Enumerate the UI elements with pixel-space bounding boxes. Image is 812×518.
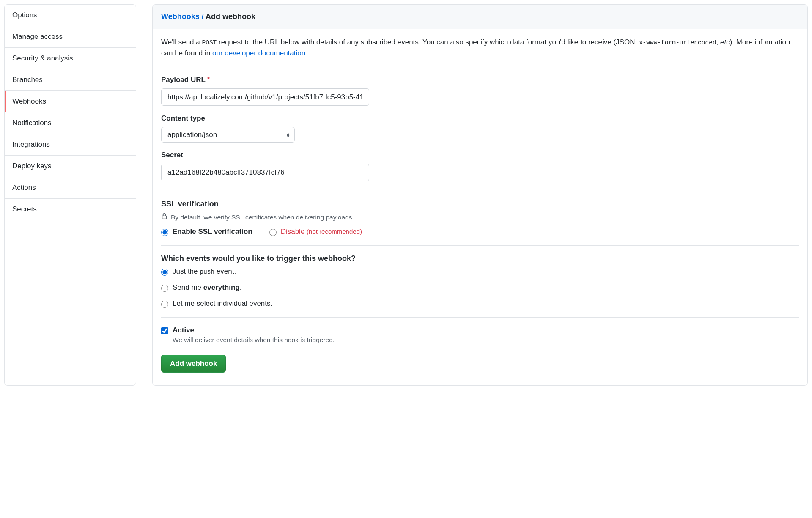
events-individual-label: Let me select individual events. (173, 299, 272, 308)
sidebar-item-label: Security & analysis (12, 54, 73, 62)
add-webhook-button[interactable]: Add webhook (161, 355, 226, 373)
events-everything-radio-item[interactable]: Send me everything. (161, 283, 799, 292)
sidebar-item-label: Options (12, 11, 37, 19)
lock-icon (161, 213, 167, 222)
ssl-verification-heading: SSL verification (161, 200, 799, 208)
active-label: Active (173, 326, 194, 334)
sidebar-item-label: Branches (12, 76, 43, 84)
developer-docs-link[interactable]: our developer documentation (212, 49, 305, 57)
breadcrumb-separator: / (200, 12, 206, 21)
payload-url-input[interactable] (161, 88, 369, 106)
intro-text: We'll send a POST request to the URL bel… (161, 37, 799, 59)
content-type-label: Content type (161, 114, 799, 123)
secret-group: Secret (161, 151, 799, 181)
divider (161, 191, 799, 191)
content-type-select[interactable]: application/json (161, 127, 295, 143)
sidebar-item-label: Integrations (12, 140, 50, 148)
sidebar-item-label: Actions (12, 184, 36, 192)
sidebar-item-label: Deploy keys (12, 162, 52, 170)
sidebar-item-actions[interactable]: Actions (5, 177, 136, 199)
sidebar-item-label: Webhooks (12, 97, 46, 105)
events-heading: Which events would you like to trigger t… (161, 254, 799, 263)
events-individual-radio-item[interactable]: Let me select individual events. (161, 299, 799, 308)
content-type-group: Content type application/json ▴▾ (161, 114, 799, 143)
events-everything-radio[interactable] (161, 285, 168, 292)
payload-url-label: Payload URL* (161, 76, 799, 84)
ssl-description-text: By default, we verify SSL certificates w… (171, 214, 354, 221)
ssl-description-row: By default, we verify SSL certificates w… (161, 213, 799, 222)
ssl-enable-radio-item[interactable]: Enable SSL verification (161, 227, 252, 236)
ssl-disable-label: Disable (not recommended) (281, 227, 362, 236)
main-panel: Webhooks / Add webhook We'll send a POST… (152, 4, 808, 386)
divider (161, 67, 799, 67)
sidebar-item-manage-access[interactable]: Manage access (5, 26, 136, 48)
sidebar-item-options[interactable]: Options (5, 5, 136, 26)
sidebar-item-label: Manage access (12, 33, 63, 41)
breadcrumb: Webhooks / Add webhook (153, 5, 807, 29)
sidebar-item-deploy-keys[interactable]: Deploy keys (5, 156, 136, 177)
code-post: POST (202, 39, 217, 46)
ssl-enable-radio[interactable] (161, 229, 168, 236)
breadcrumb-current: Add webhook (206, 12, 255, 21)
sidebar-item-label: Secrets (12, 205, 37, 213)
events-push-label: Just the push event. (173, 267, 236, 276)
sidebar-item-integrations[interactable]: Integrations (5, 134, 136, 156)
secret-input[interactable] (161, 164, 369, 181)
sidebar-item-label: Notifications (12, 119, 52, 127)
ssl-disable-radio-item[interactable]: Disable (not recommended) (269, 227, 362, 236)
sidebar-item-security-analysis[interactable]: Security & analysis (5, 48, 136, 69)
active-checkbox-item[interactable]: Active (161, 326, 799, 334)
ssl-enable-label: Enable SSL verification (173, 227, 252, 236)
active-checkbox[interactable] (161, 327, 168, 334)
divider (161, 317, 799, 318)
payload-url-group: Payload URL* (161, 76, 799, 106)
sidebar-item-notifications[interactable]: Notifications (5, 112, 136, 134)
required-indicator: * (207, 76, 210, 84)
sidebar-item-webhooks[interactable]: Webhooks (5, 91, 136, 112)
active-description: We will deliver event details when this … (173, 336, 799, 344)
code-form-urlencoded: x-www-form-urlencoded (639, 39, 716, 46)
events-push-radio-item[interactable]: Just the push event. (161, 267, 799, 276)
secret-label: Secret (161, 151, 799, 159)
events-everything-label: Send me everything. (173, 283, 241, 292)
breadcrumb-link-webhooks[interactable]: Webhooks (161, 12, 200, 21)
events-individual-radio[interactable] (161, 301, 168, 308)
sidebar-item-branches[interactable]: Branches (5, 69, 136, 91)
events-push-radio[interactable] (161, 269, 168, 276)
ssl-disable-radio[interactable] (269, 229, 277, 236)
divider (161, 245, 799, 246)
sidebar-item-secrets[interactable]: Secrets (5, 199, 136, 220)
settings-sidebar: Options Manage access Security & analysi… (4, 4, 136, 386)
